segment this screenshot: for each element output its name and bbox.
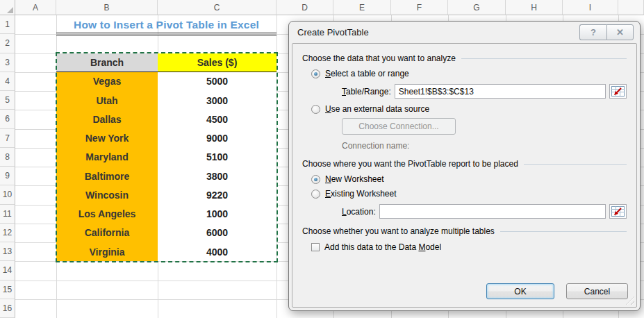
row-header-6[interactable]: 6: [0, 110, 15, 128]
help-icon[interactable]: ?: [579, 24, 606, 40]
window-controls: ? ✕: [579, 24, 634, 40]
title-double-underline: [56, 33, 276, 35]
group-header-placement-label: Choose where you want the PivotTable rep…: [302, 159, 518, 169]
sheet-title[interactable]: How to Insert a Pivot Table in Excel: [56, 15, 276, 34]
group-header-multiple-tables-label: Choose whether you want to analyze multi…: [302, 226, 495, 236]
branch-cell[interactable]: Wincosin: [56, 185, 158, 204]
sales-cell[interactable]: 1000: [158, 205, 276, 224]
group-divider: [524, 164, 627, 165]
branch-cell[interactable]: California: [56, 224, 158, 242]
col-header-E[interactable]: E: [333, 0, 391, 15]
connection-name-label: Connection name:: [342, 141, 627, 151]
add-to-data-model-label: Add this data to the Data Model: [324, 242, 441, 252]
checkbox-icon[interactable]: [311, 243, 320, 251]
excel-window: ABCDEFGHI12345678910111213141516How to I…: [0, 0, 644, 318]
select-all-corner[interactable]: [0, 0, 15, 15]
dialog-title: Create PivotTable: [297, 27, 369, 37]
radio-button-icon[interactable]: [311, 105, 320, 114]
row-header-5[interactable]: 5: [0, 91, 15, 110]
row-header-4[interactable]: 4: [0, 72, 15, 91]
branch-cell[interactable]: New York: [56, 129, 158, 148]
add-to-data-model-checkbox-row[interactable]: Add this data to the Data Model: [311, 242, 627, 252]
radio-external-label: Use an external data source: [325, 104, 429, 114]
sales-cell[interactable]: 3000: [158, 91, 276, 110]
location-label: Location:: [342, 207, 376, 217]
radio-existing-worksheet[interactable]: Existing Worksheet: [311, 189, 627, 199]
branch-cell[interactable]: Utah: [56, 91, 158, 110]
radio-existing-worksheet-label: Existing Worksheet: [325, 189, 397, 199]
group-header-placement: Choose where you want the PivotTable rep…: [302, 159, 627, 169]
ok-button[interactable]: OK: [486, 283, 554, 299]
col-header-A[interactable]: A: [15, 0, 56, 15]
sales-cell[interactable]: 5000: [158, 72, 276, 91]
location-input[interactable]: [379, 204, 606, 219]
branch-cell[interactable]: Vegas: [56, 72, 158, 91]
group-divider: [461, 58, 627, 59]
table-range-input[interactable]: [395, 84, 606, 99]
row-header-9[interactable]: 9: [0, 167, 15, 185]
row-header-3[interactable]: 3: [0, 53, 15, 72]
col-header-D[interactable]: D: [276, 0, 333, 15]
col-header-right[interactable]: [618, 0, 644, 15]
row-header-15[interactable]: 15: [0, 281, 15, 299]
row-header-1[interactable]: 1: [0, 15, 15, 34]
branch-cell[interactable]: Virginia: [56, 242, 158, 261]
radio-select-table-or-range[interactable]: Select a table or range: [311, 69, 627, 78]
col-header-I[interactable]: I: [563, 0, 618, 15]
group-divider: [500, 231, 627, 232]
col-header-B[interactable]: B: [56, 0, 158, 15]
sales-cell[interactable]: 9220: [158, 185, 276, 204]
branch-cell[interactable]: Maryland: [56, 148, 158, 167]
row-header-2[interactable]: 2: [0, 34, 15, 53]
table-range-row: Table/Range:: [342, 84, 627, 99]
sales-cell[interactable]: 4000: [158, 242, 276, 261]
dialog-body: Choose the data that you want to analyze…: [292, 43, 637, 308]
radio-new-worksheet[interactable]: New Worksheet: [311, 174, 627, 184]
col-header-H[interactable]: H: [506, 0, 563, 15]
branch-cell[interactable]: Baltimore: [56, 167, 158, 185]
row-header-13[interactable]: 13: [0, 242, 15, 261]
choose-connection-button[interactable]: Choose Connection...: [342, 118, 456, 135]
close-icon[interactable]: ✕: [606, 24, 634, 40]
row-header-8[interactable]: 8: [0, 148, 15, 167]
row-header-11[interactable]: 11: [0, 205, 15, 224]
radio-select-table-label: Select a table or range: [325, 69, 409, 78]
radio-new-worksheet-label: New Worksheet: [325, 174, 383, 184]
sales-cell[interactable]: 5100: [158, 148, 276, 167]
col-header-G[interactable]: G: [448, 0, 506, 15]
dialog-buttons: OK Cancel: [486, 283, 628, 299]
range-selector-icon[interactable]: [609, 84, 627, 99]
col-header-C[interactable]: C: [158, 0, 276, 15]
create-pivottable-dialog: Create PivotTable ? ✕ Choose the data th…: [288, 21, 641, 311]
sales-cell[interactable]: 4500: [158, 110, 276, 128]
sales-cell[interactable]: 6000: [158, 224, 276, 242]
sales-header-cell[interactable]: Sales ($): [158, 53, 276, 72]
branch-header-cell[interactable]: Branch: [56, 53, 158, 72]
radio-button-icon[interactable]: [311, 175, 320, 184]
group-header-multiple-tables: Choose whether you want to analyze multi…: [302, 226, 627, 236]
row-header-12[interactable]: 12: [0, 224, 15, 242]
row-header-10[interactable]: 10: [0, 185, 15, 204]
row-header-16[interactable]: 16: [0, 299, 15, 318]
radio-external-data-source[interactable]: Use an external data source: [311, 104, 627, 114]
radio-button-icon[interactable]: [311, 190, 320, 199]
radio-button-icon[interactable]: [311, 69, 320, 78]
location-row: Location:: [342, 204, 627, 219]
cancel-button[interactable]: Cancel: [566, 283, 628, 299]
choose-connection-label: Choose Connection...: [358, 122, 438, 131]
branch-cell[interactable]: Dallas: [56, 110, 158, 128]
branch-cell[interactable]: Los Angeles: [56, 205, 158, 224]
table-range-label: Table/Range:: [342, 87, 391, 97]
sales-cell[interactable]: 3800: [158, 167, 276, 185]
col-header-F[interactable]: F: [391, 0, 448, 15]
range-selector-icon[interactable]: [609, 204, 627, 219]
group-header-analyze-label: Choose the data that you want to analyze: [302, 53, 456, 63]
row-header-14[interactable]: 14: [0, 261, 15, 280]
group-header-analyze: Choose the data that you want to analyze: [302, 53, 627, 63]
sales-cell[interactable]: 9000: [158, 129, 276, 148]
row-header-7[interactable]: 7: [0, 129, 15, 148]
